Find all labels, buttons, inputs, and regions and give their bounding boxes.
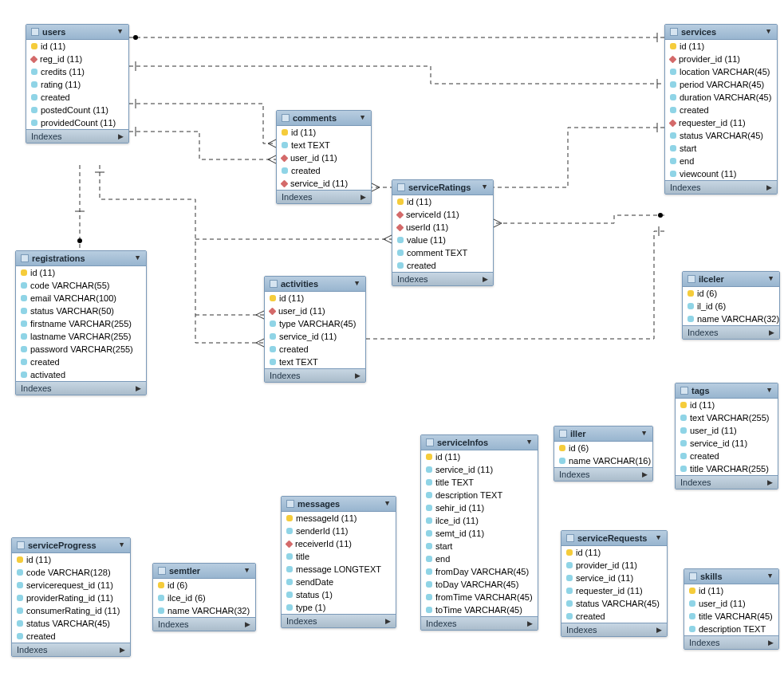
column-row[interactable]: ilce_id (6) xyxy=(153,592,255,604)
column-row[interactable]: reg_id (11) xyxy=(26,53,128,65)
column-row[interactable]: id (6) xyxy=(683,287,779,300)
expand-icon[interactable]: ▶ xyxy=(360,193,366,201)
table-iller[interactable]: iller▲id (6)name VARCHAR(16)Indexes▶ xyxy=(554,426,653,482)
table-serviceRequests[interactable]: serviceRequests▲id (11)provider_id (11)s… xyxy=(561,530,668,637)
collapse-icon[interactable]: ▲ xyxy=(353,280,360,288)
expand-icon[interactable]: ▶ xyxy=(767,478,773,486)
table-users[interactable]: users▲id (11)reg_id (11)credits (11)rati… xyxy=(26,24,129,143)
collapse-icon[interactable]: ▲ xyxy=(766,572,774,580)
column-row[interactable]: id (11) xyxy=(676,399,778,411)
column-row[interactable]: service_id (11) xyxy=(277,177,371,190)
table-header-tags[interactable]: tags▲ xyxy=(676,383,778,399)
table-header-semtler[interactable]: semtler▲ xyxy=(153,564,255,579)
column-row[interactable]: activated xyxy=(16,368,146,381)
collapse-icon[interactable]: ▲ xyxy=(384,500,391,508)
column-row[interactable]: senderId (11) xyxy=(282,525,396,537)
column-row[interactable]: end xyxy=(421,552,538,565)
table-header-serviceProgress[interactable]: serviceProgress▲ xyxy=(12,538,130,553)
column-row[interactable]: provider_id (11) xyxy=(665,53,777,65)
collapse-icon[interactable]: ▲ xyxy=(640,430,648,438)
expand-icon[interactable]: ▶ xyxy=(245,620,250,628)
table-registrations[interactable]: registrations▲id (11)code VARCHAR(55)ema… xyxy=(15,250,147,395)
column-row[interactable]: start xyxy=(421,540,538,552)
column-row[interactable]: description TEXT xyxy=(684,623,778,635)
column-row[interactable]: id (11) xyxy=(684,584,778,597)
collapse-icon[interactable]: ▲ xyxy=(243,567,250,575)
table-header-iller[interactable]: iller▲ xyxy=(554,427,652,442)
column-row[interactable]: created xyxy=(392,259,493,272)
indexes-section[interactable]: Indexes▶ xyxy=(554,467,652,481)
column-row[interactable]: created xyxy=(12,630,130,643)
collapse-icon[interactable]: ▲ xyxy=(765,28,772,36)
table-semtler[interactable]: semtler▲id (6)ilce_id (6)name VARCHAR(32… xyxy=(152,563,256,631)
expand-icon[interactable]: ▶ xyxy=(768,639,774,647)
column-row[interactable]: postedCount (11) xyxy=(26,104,128,116)
collapse-icon[interactable]: ▲ xyxy=(116,28,124,36)
indexes-section[interactable]: Indexes▶ xyxy=(26,129,128,143)
table-messages[interactable]: messages▲messageId (11)senderId (11)rece… xyxy=(281,496,396,628)
column-row[interactable]: service_id (11) xyxy=(265,330,365,343)
column-row[interactable]: provider_id (11) xyxy=(561,559,667,572)
expand-icon[interactable]: ▶ xyxy=(642,470,648,478)
column-row[interactable]: status VARCHAR(50) xyxy=(16,305,146,317)
column-row[interactable]: title VARCHAR(45) xyxy=(684,610,778,623)
collapse-icon[interactable]: ▲ xyxy=(526,438,533,446)
indexes-section[interactable]: Indexes▶ xyxy=(153,617,255,631)
table-header-messages[interactable]: messages▲ xyxy=(282,497,396,512)
table-header-ilceler[interactable]: ilceler▲ xyxy=(683,272,779,287)
collapse-icon[interactable]: ▲ xyxy=(118,541,125,549)
column-row[interactable]: servicerequest_id (11) xyxy=(12,579,130,592)
column-row[interactable]: toTime VARCHAR(45) xyxy=(421,603,538,616)
column-row[interactable]: created xyxy=(665,104,777,116)
indexes-section[interactable]: Indexes▶ xyxy=(684,635,778,649)
column-row[interactable]: semt_id (11) xyxy=(421,527,538,540)
column-row[interactable]: location VARCHAR(45) xyxy=(665,65,777,78)
indexes-section[interactable]: Indexes▶ xyxy=(683,325,779,339)
column-row[interactable]: rating (11) xyxy=(26,78,128,91)
column-row[interactable]: type VARCHAR(45) xyxy=(265,317,365,330)
column-row[interactable]: code VARCHAR(128) xyxy=(12,566,130,579)
indexes-section[interactable]: Indexes▶ xyxy=(12,643,130,656)
column-row[interactable]: consumerRating_id (11) xyxy=(12,604,130,617)
column-row[interactable]: id (11) xyxy=(16,266,146,279)
expand-icon[interactable]: ▶ xyxy=(355,372,360,379)
column-row[interactable]: created xyxy=(561,610,667,623)
column-row[interactable]: sehir_id (11) xyxy=(421,501,538,514)
column-row[interactable]: user_id (11) xyxy=(277,151,371,164)
column-row[interactable]: message LONGTEXT xyxy=(282,563,396,576)
column-row[interactable]: providedCount (11) xyxy=(26,116,128,129)
expand-icon[interactable]: ▶ xyxy=(766,183,772,191)
collapse-icon[interactable]: ▲ xyxy=(359,114,366,122)
column-row[interactable]: credits (11) xyxy=(26,65,128,78)
expand-icon[interactable]: ▶ xyxy=(118,132,124,140)
column-row[interactable]: code VARCHAR(55) xyxy=(16,279,146,292)
expand-icon[interactable]: ▶ xyxy=(769,328,774,336)
column-row[interactable]: service_id (11) xyxy=(676,437,778,450)
column-row[interactable]: providerRating_id (11) xyxy=(12,592,130,604)
indexes-section[interactable]: Indexes▶ xyxy=(561,623,667,636)
column-row[interactable]: created xyxy=(26,91,128,104)
table-services[interactable]: services▲id (11)provider_id (11)location… xyxy=(664,24,778,195)
collapse-icon[interactable]: ▲ xyxy=(655,534,662,542)
collapse-icon[interactable]: ▲ xyxy=(766,387,773,395)
column-row[interactable]: fromDay VARCHAR(45) xyxy=(421,565,538,578)
column-row[interactable]: ilce_id (11) xyxy=(421,514,538,527)
column-row[interactable]: id (11) xyxy=(561,546,667,559)
column-row[interactable]: title TEXT xyxy=(421,476,538,489)
column-row[interactable]: name VARCHAR(16) xyxy=(554,454,652,467)
collapse-icon[interactable]: ▲ xyxy=(134,254,141,262)
column-row[interactable]: period VARCHAR(45) xyxy=(665,78,777,91)
table-activities[interactable]: activities▲id (11)user_id (11)type VARCH… xyxy=(264,276,366,383)
column-row[interactable]: serviceId (11) xyxy=(392,208,493,221)
indexes-section[interactable]: Indexes▶ xyxy=(676,475,778,489)
expand-icon[interactable]: ▶ xyxy=(385,617,391,625)
column-row[interactable]: firstname VARCHAR(255) xyxy=(16,317,146,330)
column-row[interactable]: requester_id (11) xyxy=(665,116,777,129)
column-row[interactable]: id (6) xyxy=(153,579,255,592)
table-serviceProgress[interactable]: serviceProgress▲id (11)code VARCHAR(128)… xyxy=(11,537,131,657)
table-ilceler[interactable]: ilceler▲id (6)il_id (6)name VARCHAR(32)I… xyxy=(682,271,780,340)
column-row[interactable]: user_id (11) xyxy=(265,305,365,317)
column-row[interactable]: type (1) xyxy=(282,601,396,614)
column-row[interactable]: receiverId (11) xyxy=(282,537,396,550)
column-row[interactable]: email VARCHAR(100) xyxy=(16,292,146,305)
